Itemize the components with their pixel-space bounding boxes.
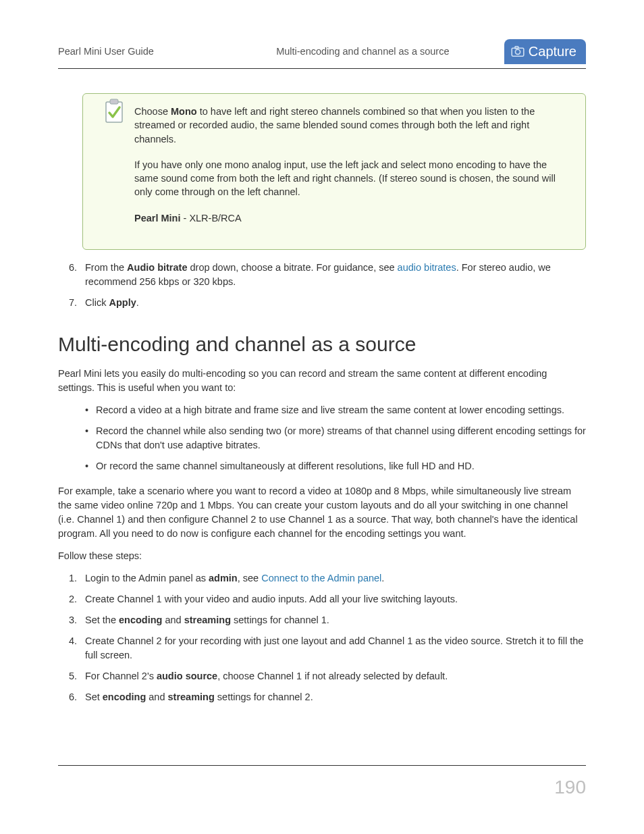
heading-multi-encoding: Multi-encoding and channel as a source	[58, 330, 586, 359]
main-step-4: 4. Create Channel 2 for your recording w…	[58, 634, 586, 662]
follow-steps-label: Follow these steps:	[58, 549, 586, 563]
camera-icon	[511, 46, 525, 57]
list-item: Or record the same channel simultaneousl…	[58, 459, 586, 473]
list-item: Record the channel while also sending tw…	[58, 424, 586, 452]
main-steps: 1. Login to the Admin panel as admin, se…	[58, 571, 586, 704]
list-item: Record a video at a high bitrate and fra…	[58, 403, 586, 417]
use-case-list: Record a video at a high bitrate and fra…	[58, 403, 586, 473]
main-step-2: 2. Create Channel 1 with your video and …	[58, 592, 586, 606]
note-callout: Choose Mono to have left and right stere…	[82, 93, 586, 250]
badge-label: Capture	[529, 42, 576, 61]
audio-bitrates-link[interactable]: audio bitrates	[398, 262, 456, 273]
page-number: 190	[554, 777, 586, 798]
main-step-3: 3. Set the encoding and streaming settin…	[58, 613, 586, 627]
guide-title: Pearl Mini User Guide	[58, 45, 154, 58]
page-footer: 190	[58, 765, 586, 800]
capture-badge: Capture	[504, 39, 586, 64]
step-6: 6. From the Audio bitrate drop down, cho…	[58, 261, 586, 289]
svg-point-1	[515, 49, 520, 54]
intro-paragraph: Pearl Mini lets you easily do multi-enco…	[58, 367, 586, 395]
steps-continued: 6. From the Audio bitrate drop down, cho…	[58, 261, 586, 310]
section-title-header: Multi-encoding and channel as a source	[221, 45, 504, 58]
clipboard-check-icon	[103, 98, 125, 124]
callout-para-2: If you have only one mono analog input, …	[134, 158, 572, 199]
example-paragraph: For example, take a scenario where you w…	[58, 484, 586, 541]
callout-para-3: Pearl Mini - XLR-B/RCA	[134, 211, 572, 225]
step-7: 7. Click Apply.	[58, 296, 586, 310]
main-step-6: 6. Set encoding and streaming settings f…	[58, 690, 586, 704]
main-step-5: 5. For Channel 2's audio source, choose …	[58, 669, 586, 683]
page-header: Pearl Mini User Guide Multi-encoding and…	[58, 39, 586, 69]
main-step-1: 1. Login to the Admin panel as admin, se…	[58, 571, 586, 585]
callout-para-1: Choose Mono to have left and right stere…	[134, 105, 572, 146]
svg-rect-4	[110, 99, 118, 104]
connect-admin-link[interactable]: Connect to the Admin panel	[261, 573, 381, 583]
